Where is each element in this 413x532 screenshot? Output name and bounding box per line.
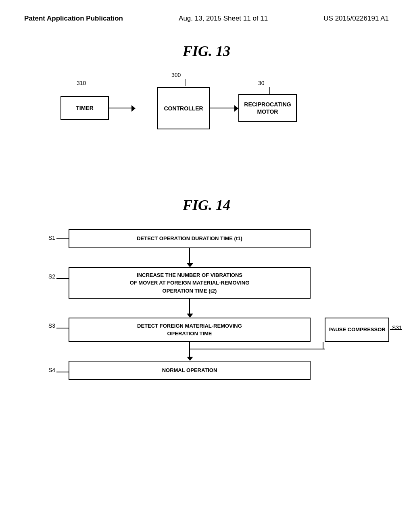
motor-box: RECIPROCATING MOTOR: [238, 94, 297, 122]
step3-box: DETECT FOREIGN MATERIAL-REMOVING OPERATI…: [69, 318, 311, 342]
step-s4-label: S4: [48, 367, 55, 373]
fig14-title: FIG. 14: [0, 197, 413, 214]
ref-310: 310: [77, 80, 86, 86]
ref-300: 300: [171, 72, 181, 78]
controller-box: CONTROLLER: [157, 87, 210, 129]
header-right: US 2015/0226191 A1: [323, 15, 389, 23]
header-center: Aug. 13, 2015 Sheet 11 of 11: [179, 15, 268, 23]
step2-box: INCREASE THE NUMBER OF VIBRATIONS OF MOV…: [69, 267, 311, 299]
step-s1-label: S1: [48, 235, 55, 241]
ref-30: 30: [258, 80, 265, 86]
fig13-title: FIG. 13: [0, 43, 413, 60]
step-s2-label: S2: [48, 273, 55, 280]
step1-box: DETECT OPERATION DURATION TIME (t1): [69, 229, 311, 248]
page-header: Patent Application Publication Aug. 13, …: [0, 0, 413, 23]
fig13-diagram: 300 310 30 TIMER CONTROLLER RECIPROCATIN…: [24, 60, 389, 172]
header-left: Patent Application Publication: [24, 15, 123, 23]
step31-box: PAUSE COMPRESSOR: [325, 318, 389, 342]
timer-box: TIMER: [60, 96, 109, 120]
step4-box: NORMAL OPERATION: [69, 361, 311, 380]
fig14-diagram: S1 DETECT OPERATION DURATION TIME (t1) S…: [24, 226, 389, 459]
step-s3-label: S3: [48, 322, 55, 329]
